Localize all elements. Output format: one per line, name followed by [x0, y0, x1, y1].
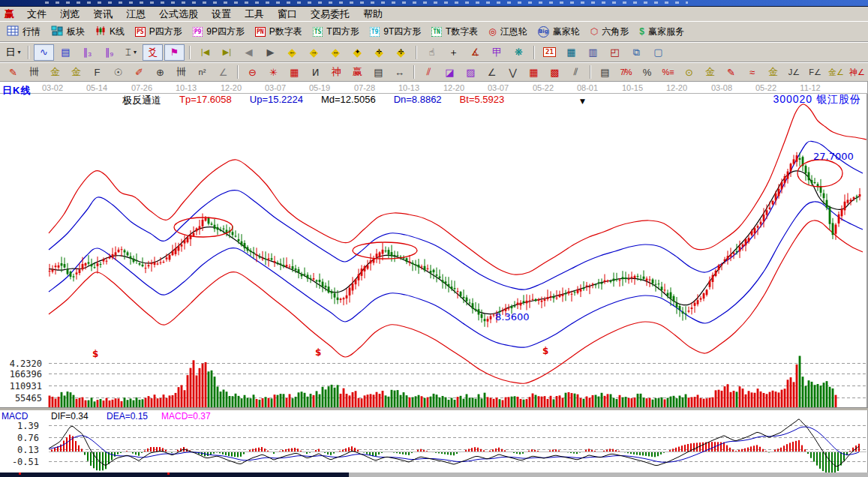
red-grid-tool-button[interactable]: ▦ [524, 64, 544, 80]
pan-hand-button[interactable]: ☝ [422, 44, 442, 61]
quotes-button[interactable]: 行情 [3, 24, 46, 40]
date-tick: 10-13 [398, 83, 419, 92]
gann-box-horizontal-button[interactable]: ◆↔ [326, 44, 346, 61]
gann-box-star-button[interactable]: ◆✢ [391, 44, 411, 61]
smart-brain-button[interactable]: ❋ [509, 44, 529, 61]
spider-web-tool-button[interactable]: ✳ [263, 64, 284, 80]
gann-costume-button[interactable]: 甲 [487, 44, 507, 61]
wave-v-tool-button[interactable]: ⋁ [503, 64, 523, 80]
candle-style-dropdown-arrow[interactable]: ▾ [134, 49, 137, 56]
gann-box-tool-button[interactable]: ▦ [284, 64, 305, 80]
save-button[interactable]: ◰ [605, 44, 625, 61]
menu-item-window[interactable]: 窗口 [271, 8, 304, 20]
period-day-dropdown-arrow[interactable]: ▾ [17, 49, 20, 56]
wave-3-button[interactable]: ∥₃ [77, 44, 98, 61]
calendar-button[interactable]: 21 [539, 44, 560, 61]
zigzag-view-button[interactable]: ∿ [34, 44, 54, 61]
nav-first-button[interactable]: |◀ [195, 44, 215, 61]
gann-box-right-button[interactable]: ◆→ [304, 44, 324, 61]
bottom-position-strip [0, 472, 868, 477]
date-tick: 05-14 [86, 83, 107, 92]
percent-tool-button[interactable]: % [637, 64, 657, 80]
network-button[interactable]: ⧉ [626, 44, 647, 61]
window-title-bar[interactable] [0, 0, 868, 7]
menu-item-browse[interactable]: 浏览 [53, 8, 86, 20]
notebook-button[interactable]: ▥ [583, 44, 603, 61]
wave-band-tool-button[interactable]: ≈ [742, 64, 762, 80]
stat-table-tool-button[interactable]: ▤ [595, 64, 615, 80]
f-line-tool-button[interactable]: F [87, 64, 107, 80]
menu-item-tools[interactable]: 工具 [238, 8, 271, 20]
sectors-button[interactable]: 板块 [47, 24, 90, 40]
golden-bar-tool-button[interactable]: 金 [763, 64, 783, 80]
gann-box-cross-button[interactable]: ◆✛ [369, 44, 389, 61]
shen-tool-button[interactable]: 神 [326, 64, 347, 80]
nav-last-button[interactable]: ▶| [217, 44, 237, 61]
spiral-tool-button[interactable]: ☉ [108, 64, 128, 80]
golden-circle-tool-button[interactable]: ⊙ [679, 64, 699, 80]
angle-gold-tool-button[interactable]: 金∠ [826, 64, 846, 80]
t-number-table-button[interactable]: TNT数字表 [428, 24, 483, 40]
fan-lines-tool-button[interactable]: ⫽ [419, 64, 439, 80]
flag-marker-button[interactable]: ⚑ [164, 44, 185, 61]
grid-box-tool-button[interactable]: ▩ [545, 64, 565, 80]
menu-item-help[interactable]: 帮助 [356, 8, 389, 20]
golden-section-tool-button[interactable]: 金 [45, 64, 65, 80]
gann-box-expand-button[interactable]: ◆✦ [347, 44, 368, 61]
remote-pc-button[interactable]: ▢ [648, 44, 668, 61]
pencil-tool-button[interactable]: ✎ [3, 64, 23, 80]
menu-item-settings[interactable]: 设置 [205, 8, 238, 20]
kline-button[interactable]: K线 [92, 24, 130, 40]
span-measure-tool-button[interactable]: ↔ [389, 64, 410, 80]
angle-f-tool-button[interactable]: F∠ [805, 64, 825, 80]
winner-wheel-label: 赢家轮 [553, 26, 580, 38]
winner-service-button[interactable]: $赢家服务 [635, 24, 689, 40]
gann-figure-button[interactable]: 爻 [143, 44, 163, 61]
percent-line-tool-button[interactable]: %≡ [658, 64, 678, 80]
ying-tool-button[interactable]: 赢 [347, 64, 368, 80]
nav-prev-button[interactable]: ◀ [239, 44, 259, 61]
period-day-button[interactable]: 日▾ [3, 44, 23, 61]
box-lines-tool-button[interactable]: ▨ [461, 64, 481, 80]
cycle-circle-tool-button[interactable]: ⊕ [150, 64, 170, 80]
p-square-button[interactable]: PSP四方形 [131, 24, 188, 40]
gann-wheel-button[interactable]: ◎江恩轮 [485, 24, 532, 40]
p9-square-button[interactable]: P99P四方形 [189, 24, 250, 40]
menu-item-formula-picker[interactable]: 公式选股 [152, 8, 205, 20]
calculator-button[interactable]: ▦ [561, 44, 581, 61]
info-panel-button[interactable]: ▤ [56, 44, 76, 61]
parallel-lines-tool-button[interactable]: ⫽ [566, 64, 586, 80]
gann-box-left-button[interactable]: ◆← [282, 44, 302, 61]
box-fan-tool-button[interactable]: ◪ [440, 64, 460, 80]
wave-9-button[interactable]: ∥₉ [99, 44, 119, 61]
trend-angle-tool-button[interactable]: ∠ [482, 64, 502, 80]
menu-item-gann[interactable]: 江恩 [119, 8, 152, 20]
ruler-123-tool-button[interactable]: ▤ [368, 64, 389, 80]
brush-tool-button[interactable]: ✎ [721, 64, 741, 80]
winner-wheel-button[interactable]: Big赢家轮 [534, 24, 585, 40]
menu-item-file[interactable]: 文件 [20, 8, 53, 20]
time-ruler-tool-button[interactable]: 卌 [171, 64, 191, 80]
t9-square-button[interactable]: T99T四方形 [366, 24, 427, 40]
nav-next-button[interactable]: ▶ [260, 44, 281, 61]
p-number-table-button[interactable]: PNP数字表 [251, 24, 308, 40]
date-tick: 12-20 [666, 83, 687, 92]
golden-line-tool-button[interactable]: 金 [700, 64, 720, 80]
menu-item-trade-orders[interactable]: 交易委托 [304, 8, 356, 20]
golden-band-tool-button[interactable]: 金 [66, 64, 86, 80]
n-square-tool-button[interactable]: n² [192, 64, 212, 80]
menu-item-news[interactable]: 资讯 [86, 8, 119, 20]
t-square-button[interactable]: TST四方形 [309, 24, 365, 40]
angle-measure-button[interactable]: ∡ [465, 44, 485, 61]
crosshair-button[interactable]: ＋ [443, 44, 464, 61]
angle-shen-tool-button[interactable]: 神∠ [847, 64, 867, 80]
marker-pen-tool-button[interactable]: ✐ [129, 64, 149, 80]
candle-style-button[interactable]: ⌶▾ [121, 44, 141, 61]
angle-fan-tool-button[interactable]: ∠ [213, 64, 233, 80]
angle-j-tool-button[interactable]: J∠ [784, 64, 804, 80]
gann-line-tool-button[interactable]: 卌 [24, 64, 44, 80]
hexagon-button[interactable]: ⬡六角形 [587, 24, 634, 40]
k-count-tool-button[interactable]: Ͷ [305, 64, 326, 80]
percent-7-tool-button[interactable]: 7̸% [616, 64, 636, 80]
target-circle-tool-button[interactable]: ⊖ [242, 64, 263, 80]
